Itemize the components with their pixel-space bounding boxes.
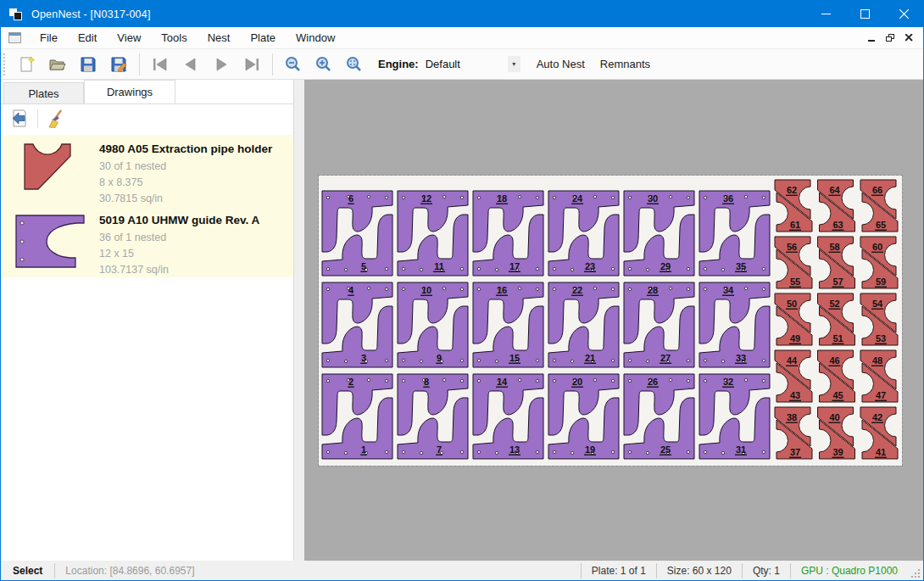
menu-item-file[interactable]: File [30, 28, 68, 47]
save-icon [79, 55, 97, 74]
svg-text:19: 19 [585, 444, 595, 455]
svg-text:32: 32 [723, 377, 733, 387]
go-last-button[interactable] [237, 52, 267, 77]
drawing-area: 103.7137 sq/in [99, 262, 259, 278]
list-item-uhmw-guide[interactable]: 5019 A10 UHMW guide Rev. A 36 of 1 neste… [1, 206, 293, 277]
svg-text:9: 9 [437, 353, 442, 363]
svg-text:48: 48 [872, 355, 882, 366]
svg-text:66: 66 [872, 185, 882, 195]
list-item-extraction-pipe-holder[interactable]: 4980 A05 Extraction pipe holder 30 of 1 … [1, 135, 293, 206]
engine-label: Engine: [378, 58, 419, 70]
import-drawing-button[interactable] [8, 107, 31, 131]
svg-text:65: 65 [876, 220, 886, 230]
svg-text:63: 63 [832, 220, 843, 230]
new-document-icon [18, 55, 36, 74]
auto-nest-button[interactable]: Auto Nest [529, 53, 593, 75]
panel-splitter[interactable] [293, 80, 304, 561]
svg-text:34: 34 [723, 285, 734, 295]
svg-text:57: 57 [832, 277, 843, 287]
save-button[interactable] [73, 52, 103, 77]
nest-canvas[interactable]: 6512111817242330293635431091615222128273… [304, 80, 923, 561]
svg-text:64: 64 [829, 185, 840, 195]
nested-parts-drawing[interactable]: 6512111817242330293635431091615222128273… [319, 176, 902, 466]
drawing-nested-count: 36 of 1 nested [99, 230, 259, 246]
remnants-button[interactable]: Remnants [593, 53, 658, 75]
toolbar-grip[interactable] [3, 53, 7, 75]
engine-combobox[interactable]: Default ▾ [426, 54, 520, 75]
close-button[interactable] [884, 1, 923, 27]
svg-text:30: 30 [648, 193, 658, 204]
svg-text:51: 51 [832, 333, 843, 344]
left-panel: Plates Drawings [1, 80, 293, 561]
drawing-list: 4980 A05 Extraction pipe holder 30 of 1 … [1, 135, 293, 277]
menu-item-view[interactable]: View [107, 28, 151, 47]
svg-text:15: 15 [509, 353, 520, 363]
title-bar[interactable]: OpenNest - [N0317-004] [1, 1, 923, 27]
zoom-in-button[interactable] [309, 52, 339, 77]
app-window: OpenNest - [N0317-004] File Edit View To… [0, 0, 924, 581]
svg-text:17: 17 [509, 261, 520, 271]
mdi-close-button[interactable] [901, 31, 916, 45]
chevron-down-icon[interactable]: ▾ [508, 56, 520, 72]
svg-text:22: 22 [572, 285, 582, 295]
menu-item-window[interactable]: Window [286, 28, 345, 47]
svg-text:50: 50 [787, 299, 797, 309]
open-file-button[interactable] [42, 52, 73, 77]
svg-text:60: 60 [872, 242, 882, 252]
zoom-fit-button[interactable] [339, 52, 370, 77]
svg-text:2: 2 [348, 377, 353, 387]
menu-bar: File Edit View Tools Nest Plate Window [1, 27, 923, 49]
zoom-in-icon [314, 55, 333, 74]
svg-text:10: 10 [421, 285, 431, 295]
mdi-minimize-button[interactable] [864, 31, 879, 45]
clear-drawings-button[interactable] [44, 107, 68, 131]
svg-text:31: 31 [736, 444, 746, 455]
svg-text:46: 46 [829, 355, 839, 366]
drawings-panel: 4980 A05 Extraction pipe holder 30 of 1 … [1, 103, 293, 561]
svg-text:58: 58 [829, 242, 839, 252]
zoom-out-button[interactable] [278, 52, 309, 77]
svg-text:39: 39 [832, 447, 843, 457]
svg-text:49: 49 [790, 333, 800, 344]
toolbar-separator [139, 53, 140, 75]
main-area: Plates Drawings [1, 80, 923, 561]
broom-icon [46, 109, 66, 129]
drawing-nested-count: 30 of 1 nested [99, 159, 272, 175]
new-document-button[interactable] [12, 52, 42, 77]
minimize-button[interactable] [806, 1, 845, 27]
svg-text:43: 43 [790, 390, 800, 400]
svg-text:42: 42 [872, 412, 882, 422]
tab-plates[interactable]: Plates [3, 82, 84, 103]
menu-item-nest[interactable]: Nest [198, 28, 241, 47]
resize-grip[interactable] [918, 576, 920, 578]
go-previous-button[interactable] [175, 52, 206, 77]
svg-text:37: 37 [790, 447, 800, 457]
part-thumbnail-purple [13, 212, 89, 270]
svg-text:24: 24 [572, 193, 583, 204]
restore-icon [886, 34, 894, 42]
svg-text:47: 47 [876, 390, 886, 400]
status-qty: Qty: 1 [743, 564, 790, 578]
tab-drawings[interactable]: Drawings [84, 80, 175, 103]
menu-item-tools[interactable]: Tools [151, 28, 197, 47]
app-logo-icon [8, 8, 24, 21]
svg-text:59: 59 [876, 277, 886, 287]
document-window-icon[interactable] [8, 32, 21, 43]
mdi-restore-button[interactable] [882, 31, 898, 45]
toolbar-separator [272, 53, 273, 75]
menu-item-plate[interactable]: Plate [240, 28, 286, 47]
save-as-button[interactable] [103, 52, 134, 77]
drawing-area: 30.7815 sq/in [99, 191, 272, 207]
svg-text:40: 40 [829, 412, 839, 422]
go-next-button[interactable] [206, 52, 237, 77]
plate-sheet[interactable]: 6512111817242330293635431091615222128273… [319, 176, 902, 466]
menu-item-edit[interactable]: Edit [68, 28, 107, 47]
maximize-button[interactable] [845, 1, 884, 27]
svg-text:11: 11 [434, 261, 444, 271]
open-file-icon [48, 55, 67, 74]
svg-text:56: 56 [787, 242, 797, 252]
go-first-button[interactable] [145, 52, 175, 77]
drawing-title: 4980 A05 Extraction pipe holder [99, 142, 272, 155]
window-title: OpenNest - [N0317-004] [31, 8, 151, 20]
go-last-icon [242, 55, 262, 74]
